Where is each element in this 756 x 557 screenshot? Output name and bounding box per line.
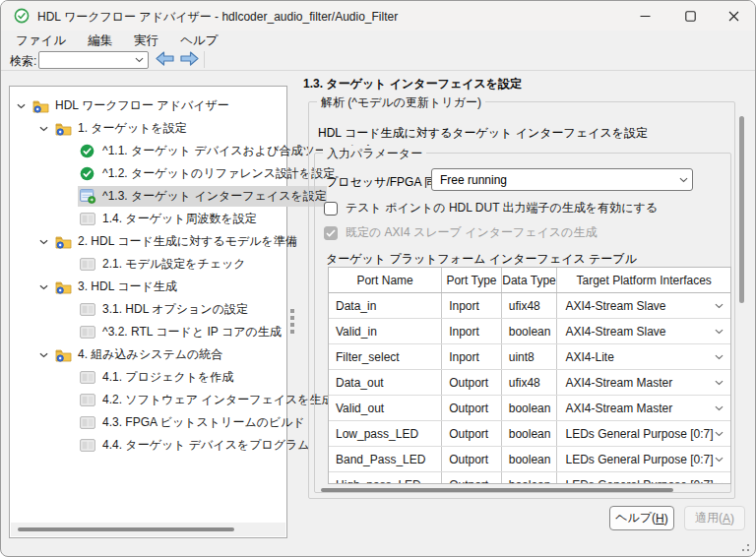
interface-dropdown[interactable]: AXI4-Lite	[557, 344, 730, 369]
tree-item-4-1[interactable]: 4.1. プロジェクトを作成	[10, 366, 286, 389]
tree-expander-icon[interactable]	[36, 348, 50, 362]
interface-dropdown[interactable]: LEDs General Purpose [0:7]	[557, 472, 730, 484]
column-header-data-type: Data Type	[502, 268, 558, 292]
cell-port-type: Outport	[442, 396, 502, 420]
cell-port-name: High_pass_LED	[329, 472, 442, 484]
close-button[interactable]	[712, 1, 755, 31]
minimize-button[interactable]	[623, 1, 666, 31]
tree-item-1-1[interactable]: ^1.1. ターゲット デバイスおよび合成ツールを設定	[10, 140, 286, 162]
task-pending-icon	[80, 370, 96, 385]
sync-dropdown[interactable]: Free running	[431, 168, 693, 191]
tree-item-root[interactable]: HDL ワークフロー アドバイザー	[10, 94, 286, 117]
cell-port-type: Inport	[442, 344, 502, 369]
panel-vertical-scrollbar-thumb[interactable]	[739, 116, 744, 303]
table-row: Band_Pass_LED Outport boolean LEDs Gener…	[329, 447, 730, 472]
cell-data-type: boolean	[502, 396, 558, 420]
apply-button-label-close: )	[730, 512, 734, 526]
cell-port-name: Band_Pass_LED	[329, 447, 442, 471]
testpoint-checkbox[interactable]	[324, 202, 338, 216]
panel-splitter[interactable]	[288, 71, 297, 538]
tree-expander-icon[interactable]	[36, 280, 50, 294]
table-row: Filter_select Inport uint8 AXI4-Lite	[329, 344, 730, 370]
splitter-grip-dot	[290, 323, 294, 327]
interface-dropdown[interactable]: LEDs General Purpose [0:7]	[557, 421, 730, 446]
table-horizontal-scrollbar-thumb[interactable]	[321, 488, 673, 492]
column-header-port-type: Port Type	[442, 268, 502, 292]
tree-item-2-1[interactable]: 2.1. モデル設定をチェック	[10, 253, 286, 276]
tree-item-label: ^3.2. RTL コードと IP コアの生成	[102, 324, 282, 340]
cell-data-type: ufix48	[502, 370, 558, 395]
interface-table-label: ターゲット プラットフォーム インターフェイス テーブル	[326, 251, 637, 268]
table-header-row: Port Name Port Type Data Type Target Pla…	[329, 268, 730, 293]
workflow-folder-icon	[55, 347, 72, 362]
axi4-checkbox-row: 既定の AXI4 スレーブ インターフェイスの生成	[324, 224, 597, 241]
tree-item-1-2[interactable]: ^1.2. ターゲットのリファレンス設計を設定	[10, 162, 286, 185]
menu-file[interactable]: ファイル	[5, 31, 77, 51]
cell-port-name: Filter_select	[329, 344, 442, 369]
task-pending-icon	[80, 415, 96, 430]
tree-item-2[interactable]: 2. HDL コード生成に対するモデルを準備	[10, 230, 286, 253]
cell-port-name: Valid_out	[329, 396, 442, 420]
tree-item-4-4[interactable]: 4.4. ターゲット デバイスをプログラム	[10, 434, 286, 457]
tree-item-label: 1. ターゲットを設定	[78, 120, 187, 137]
interface-dropdown[interactable]: LEDs General Purpose [0:7]	[557, 447, 730, 471]
tree-scrollbar-thumb[interactable]	[18, 527, 234, 531]
back-arrow-icon	[155, 50, 175, 67]
tree-item-3[interactable]: 3. HDL コード生成	[10, 276, 286, 298]
apply-access-key: A	[723, 512, 730, 526]
table-row: Valid_in Inport boolean AXI4-Stream Slav…	[329, 319, 730, 344]
tree-item-1-4[interactable]: 1.4. ターゲット周波数を設定	[10, 208, 286, 230]
chevron-down-icon	[715, 303, 724, 309]
menu-help[interactable]: ヘルプ	[169, 31, 228, 51]
check-passed-icon	[80, 144, 96, 158]
tree-item-label: 2.1. モデル設定をチェック	[102, 256, 246, 273]
tree-item-1[interactable]: 1. ターゲットを設定	[10, 117, 286, 140]
tree-expander-icon[interactable]	[14, 99, 28, 113]
maximize-button[interactable]	[668, 1, 712, 31]
tree-expander-icon[interactable]	[36, 235, 50, 249]
tree-item-4-2[interactable]: 4.2. ソフトウェア インターフェイスを生成	[10, 389, 286, 411]
tree-expander-icon[interactable]	[36, 122, 50, 136]
search-combobox[interactable]	[38, 51, 149, 69]
interface-dropdown[interactable]: AXI4-Stream Slave	[557, 319, 730, 343]
interface-dropdown[interactable]: AXI4-Stream Master	[557, 370, 730, 395]
search-input[interactable]	[41, 53, 132, 67]
interface-dropdown[interactable]: AXI4-Stream Master	[557, 396, 730, 420]
target-platform-interface-table: Port Name Port Type Data Type Target Pla…	[328, 267, 731, 484]
tree-item-label: 4.1. プロジェクトを作成	[102, 369, 233, 386]
tree-item-1-3[interactable]: ^1.3. ターゲット インターフェイスを設定	[10, 185, 286, 208]
cell-data-type: boolean	[502, 447, 558, 471]
interface-dropdown[interactable]: AXI4-Stream Slave	[557, 293, 730, 318]
tree-item-label: 4.2. ソフトウェア インターフェイスを生成	[102, 392, 334, 408]
toolbar-separator	[204, 51, 205, 68]
window-resize-grip[interactable]	[739, 541, 749, 551]
tree-item-3-2[interactable]: ^3.2. RTL コードと IP コアの生成	[10, 321, 286, 343]
minimize-icon	[640, 11, 651, 22]
tree-item-3-1[interactable]: 3.1. HDL オプションの設定	[10, 298, 286, 321]
tree-item-4-3[interactable]: 4.3. FPGA ビットストリームのビルド	[10, 411, 286, 434]
menu-edit[interactable]: 編集	[77, 31, 123, 51]
app-check-icon	[14, 8, 30, 24]
cell-data-type: uint8	[502, 344, 558, 369]
tree-horizontal-scrollbar[interactable]	[11, 523, 285, 536]
cell-port-type: Outport	[442, 472, 502, 484]
help-button[interactable]: ヘルプ(H)	[609, 506, 674, 530]
testpoint-checkbox-row: テスト ポイントの HDL DUT 出力端子の生成を有効にする	[324, 200, 658, 217]
splitter-grip-dot	[290, 316, 294, 320]
workflow-folder-icon	[32, 98, 49, 113]
task-pending-icon	[80, 393, 96, 407]
menu-run[interactable]: 実行	[123, 31, 169, 51]
splitter-grip-dot	[290, 330, 294, 334]
cell-data-type: boolean	[502, 421, 558, 446]
forward-arrow-button[interactable]	[179, 50, 200, 68]
task-pending-icon	[80, 257, 96, 272]
tree-item-4[interactable]: 4. 組み込みシステムの統合	[10, 343, 286, 366]
table-row: Valid_out Outport boolean AXI4-Stream Ma…	[329, 396, 730, 421]
tree-item-label: 4.4. ターゲット デバイスをプログラム	[102, 437, 310, 454]
search-label: 検索:	[10, 53, 36, 70]
chevron-down-icon	[715, 329, 724, 335]
menu-bar: ファイル 編集 実行 ヘルプ	[1, 31, 756, 50]
chevron-down-icon	[715, 457, 724, 463]
tree-item-label: 1.4. ターゲット周波数を設定	[102, 211, 257, 227]
back-arrow-button[interactable]	[155, 50, 175, 68]
